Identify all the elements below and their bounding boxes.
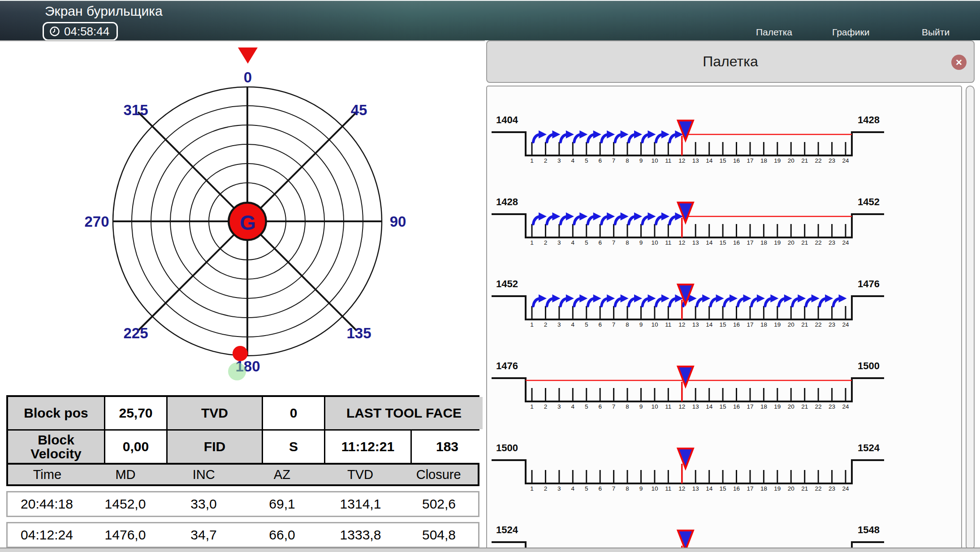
main-area: 0 45 90 135 225 270 315 180 G Block pos …: [0, 40, 485, 548]
tick-label: 16: [733, 403, 740, 410]
progress-arrow-icon: [588, 130, 601, 142]
tick-label: 11: [665, 485, 671, 492]
page-title: Экран бурильщика: [45, 4, 163, 19]
progress-arrow-icon: [806, 294, 820, 306]
progress-arrow-icon: [642, 212, 656, 224]
tick-label: 7: [612, 403, 616, 410]
block-velocity-label: Block Velocity: [8, 431, 104, 463]
tick-label: 18: [760, 403, 767, 410]
tick-label: 17: [747, 321, 753, 328]
tick-label: 19: [774, 321, 781, 328]
tick-label: 3: [557, 239, 561, 246]
menu-item-charts[interactable]: Графики: [832, 27, 869, 38]
close-icon[interactable]: ✕: [951, 55, 967, 70]
compass-label-225: 225: [123, 325, 148, 341]
tick-label: 7: [612, 485, 616, 492]
tick-label: 11: [665, 403, 671, 410]
tick-label: 10: [651, 403, 658, 410]
palette-panel-title: Палетка: [703, 53, 758, 70]
tick-label: 2: [544, 485, 548, 492]
depth-label: 1428: [858, 114, 880, 125]
progress-arrow-icon: [629, 130, 642, 142]
tick-label: 9: [639, 321, 643, 328]
app-header: Экран бурильщика 04:58:44 Палетка График…: [0, 0, 980, 40]
tick-label: 12: [678, 239, 685, 246]
tick-label: 16: [733, 321, 740, 328]
tick-label: 5: [585, 485, 588, 492]
col-tvd: TVD: [321, 465, 400, 484]
tick-label: 19: [774, 485, 781, 492]
tick-label: 17: [747, 403, 753, 410]
tick-label: 9: [639, 239, 643, 246]
toolface-compass: 0 45 90 135 225 270 315 180 G: [0, 41, 485, 400]
compass-label-0: 0: [244, 69, 252, 86]
marker-triangle-icon: [678, 367, 693, 386]
block-pos-value: 25,70: [105, 397, 166, 429]
progress-arrow-icon: [547, 294, 560, 306]
tick-label: 22: [815, 239, 822, 246]
menu-item-exit[interactable]: Выйти: [922, 27, 950, 38]
progress-arrow-icon: [601, 212, 615, 224]
tick-label: 4: [571, 485, 575, 492]
progress-arrow-icon: [547, 212, 560, 224]
tick-label: 10: [651, 239, 658, 246]
tick-label: 13: [692, 239, 699, 246]
progress-arrow-icon: [656, 294, 669, 306]
tick-label: 12: [678, 403, 685, 410]
depth-label: 1500: [496, 442, 518, 453]
tick-label: 15: [720, 485, 726, 492]
compass-label-90: 90: [390, 213, 406, 230]
tick-label: 15: [720, 403, 726, 410]
depth-label: 1452: [858, 196, 880, 207]
target-dot: [228, 362, 246, 380]
tick-label: 1: [530, 239, 534, 246]
progress-arrow-icon: [615, 294, 629, 306]
tick-label: 5: [585, 321, 588, 328]
tick-label: 24: [842, 485, 849, 492]
row2-inc: 34,7: [164, 523, 243, 547]
tick-label: 19: [774, 157, 781, 164]
depth-label: 1476: [496, 360, 518, 371]
col-time: Time: [8, 465, 86, 484]
tick-label: 24: [842, 321, 849, 328]
row2-time: 04:12:24: [8, 523, 86, 547]
tick-label: 2: [544, 403, 548, 410]
menu-item-palette[interactable]: Палетка: [756, 27, 792, 38]
progress-arrow-icon: [574, 212, 587, 224]
gravity-center-label: G: [240, 211, 256, 234]
tick-label: 10: [651, 321, 658, 328]
progress-arrow-icon: [697, 294, 710, 306]
tick-label: 7: [612, 157, 616, 164]
progress-arrow-icon: [561, 294, 574, 306]
progress-arrow-icon: [738, 294, 751, 306]
progress-arrow-icon: [629, 294, 642, 306]
scrollbar[interactable]: [966, 86, 975, 550]
palette-panel-titlebar: Палетка ✕: [486, 40, 975, 83]
tick-label: 2: [544, 157, 548, 164]
tick-label: 14: [706, 485, 713, 492]
tick-label: 21: [801, 239, 808, 246]
tick-label: 21: [801, 321, 808, 328]
depth-label: 1548: [858, 524, 880, 535]
depth-label: 1476: [858, 278, 880, 289]
tick-label: 4: [571, 321, 575, 328]
progress-arrow-icon: [574, 130, 587, 142]
tick-label: 15: [720, 239, 726, 246]
tick-label: 6: [598, 239, 602, 246]
progress-arrow-icon: [669, 130, 683, 142]
tick-label: 21: [801, 157, 808, 164]
tvd-label: TVD: [168, 397, 262, 429]
tick-label: 8: [626, 239, 629, 246]
progress-arrow-icon: [820, 294, 833, 306]
tick-label: 19: [774, 239, 781, 246]
tick-label: 5: [585, 403, 588, 410]
col-closure: Closure: [399, 465, 478, 484]
marker-triangle-icon: [678, 121, 693, 140]
tick-label: 9: [639, 403, 643, 410]
progress-arrow-icon: [724, 294, 738, 306]
tick-label: 23: [829, 239, 835, 246]
tick-label: 3: [557, 157, 561, 164]
tick-label: 14: [706, 157, 713, 164]
tick-label: 21: [801, 485, 808, 492]
tick-label: 5: [585, 157, 588, 164]
